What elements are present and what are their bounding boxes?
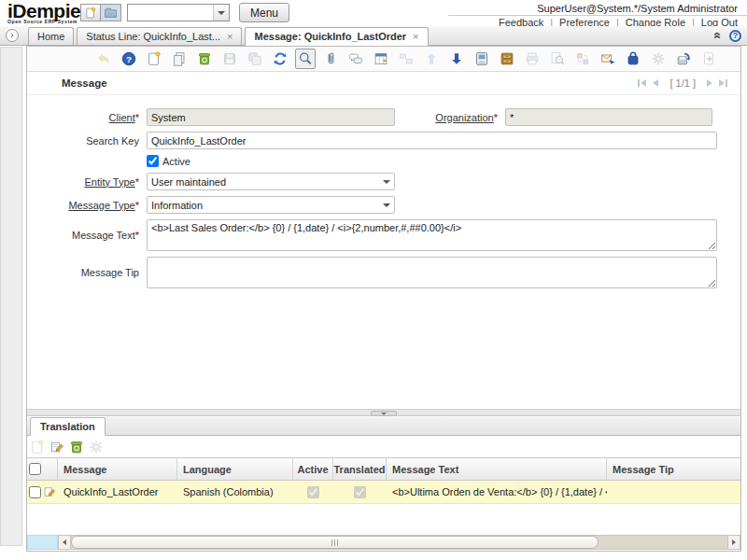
search-key-label: Search Key [27,135,139,147]
scroll-left-button[interactable] [59,536,71,549]
scrollbar-thumb[interactable] [71,536,599,549]
lock-icon[interactable] [623,49,643,69]
chevron-down-icon [379,203,394,207]
cell-message: QuickInfo_LastOrder [58,481,177,503]
help-icon[interactable]: ? [119,49,139,69]
column-header-message[interactable]: Message [58,458,177,480]
active-label: Active [162,156,190,167]
export-data-icon [698,49,719,69]
grip-icon [331,539,332,546]
archive-icon[interactable] [497,49,517,69]
cell-message-text: <b>Ultima Orden de Venta:</b> {0} / {1,d… [387,481,607,503]
grid-toggle-icon[interactable] [371,49,391,69]
save-icon [219,49,240,69]
client-label-text: Client [109,112,135,123]
paging-placeholder [27,535,58,550]
row-active-checkbox [307,486,319,498]
new-record-icon[interactable] [144,49,164,69]
detail-toolbar [27,436,740,457]
message-window: ? Message [ 1/1 ] Client* Organization* … [26,46,741,552]
message-tip-field[interactable] [147,257,717,288]
tab-status-line[interactable]: Status Line: QuickInfo_Last...× [77,27,242,45]
panel-splitter[interactable] [27,409,740,416]
message-type-label-text: Message Type [68,200,134,211]
message-form: Client* Organization* Search Key Active … [27,95,740,288]
edit-row-icon[interactable] [43,485,56,498]
search-key-field[interactable] [147,132,717,149]
detail-record-icon[interactable] [446,49,467,69]
form-row-message-tip: Message Tip [27,257,740,288]
single-document-icon[interactable] [80,4,101,21]
report-icon[interactable] [472,49,492,69]
entity-type-label[interactable]: Entity Type* [27,176,139,188]
tab-translation[interactable]: Translation [30,417,106,436]
main-toolbar: ? [27,47,740,72]
delete-record-icon[interactable] [68,439,85,455]
scroll-right-button[interactable] [727,536,740,549]
copy-record-icon[interactable] [169,49,190,69]
last-record-icon [726,79,727,87]
form-row-message-text: Message Text* <b>Last Sales Order:</b> {… [27,219,740,251]
previous-record-icon [653,79,658,87]
collapsed-west-panel[interactable] [0,47,22,546]
table-row[interactable]: QuickInfo_LastOrder Spanish (Colombia) <… [27,481,740,504]
refresh-icon[interactable] [270,49,290,69]
select-all-checkbox[interactable] [29,463,41,475]
attachment-icon[interactable] [320,49,341,69]
email-icon[interactable] [598,49,618,69]
form-row-search-key: Search Key [27,132,740,149]
print-preview-icon [547,49,568,69]
edit-icon[interactable] [49,439,65,455]
chevron-down-icon [381,413,387,415]
entity-type-value: User maintained [148,176,379,188]
horizontal-scrollbar[interactable] [58,535,740,550]
detail-pane: Translation Message Language Active Tran… [27,417,740,551]
organization-label[interactable]: Organization* [395,112,498,123]
column-header-active[interactable]: Active [293,458,333,480]
combo-dropdown-button[interactable] [213,5,229,21]
active-checkbox[interactable] [147,155,159,167]
quick-search-combo [127,4,230,21]
message-type-label[interactable]: Message Type* [27,200,139,211]
client-field [147,108,395,126]
tab-message[interactable]: Message: QuickInfo_LastOrder× [245,27,428,46]
message-tip-label-text: Message Tip [81,267,139,278]
user-info: SuperUser@System.*/System Administrator [537,3,738,14]
folder-icon[interactable] [101,4,121,21]
tab-home-label: Home [37,31,64,42]
find-icon[interactable] [295,49,316,69]
table-header-row: Message Language Active Translated Messa… [27,458,740,481]
column-header-translated[interactable]: Translated [333,458,387,480]
column-header-message-tip[interactable]: Message Tip [607,458,740,480]
form-row-message-type: Message Type* Information [27,196,740,214]
print-icon [522,49,543,69]
parent-record-icon [421,49,442,69]
splitter-collapse-button[interactable] [371,411,397,416]
message-text-field[interactable]: <b>Last Sales Order:</b> {0} / {1,date} … [147,219,717,251]
export-icon[interactable] [673,49,694,69]
collapse-header-icon[interactable]: « [712,32,725,39]
next-record-icon [707,79,712,87]
message-text-label-text: Message Text [72,230,135,241]
quick-search-input[interactable] [128,5,213,21]
cell-active [293,481,333,503]
entity-type-select[interactable]: User maintained [147,173,395,190]
chat-icon[interactable] [345,49,366,69]
organization-field [505,108,712,126]
column-header-message-text[interactable]: Message Text [387,458,607,480]
close-icon[interactable]: × [227,31,233,42]
client-label[interactable]: Client* [27,112,139,123]
column-header-language[interactable]: Language [177,458,293,480]
row-select-checkbox[interactable] [29,486,41,498]
expand-sidebar-button[interactable]: › [6,29,19,42]
tab-home[interactable]: Home [28,27,74,45]
tab-bar: › Home Status Line: QuickInfo_Last...× M… [0,26,747,46]
organization-label-text: Organization [435,112,493,123]
cell-language: Spanish (Colombia) [177,481,293,503]
triangle-left-icon [63,539,66,545]
message-type-select[interactable]: Information [147,196,395,214]
close-icon[interactable]: × [413,31,418,42]
menu-button[interactable]: Menu [239,3,289,22]
help-icon[interactable]: ? [729,30,741,42]
delete-record-icon[interactable] [194,49,215,69]
